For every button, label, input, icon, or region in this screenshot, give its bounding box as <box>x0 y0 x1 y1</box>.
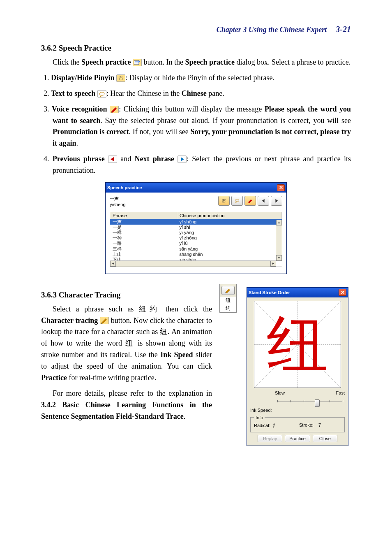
pronunciation-cell: yī zhǒng <box>177 235 282 241</box>
text: pane. <box>207 89 224 98</box>
fast-label: Fast <box>336 390 345 395</box>
stroke-label: Stroke: <box>299 423 314 427</box>
char-option-2[interactable]: 约 <box>220 304 236 312</box>
dialog-title: Speech practice <box>107 185 277 190</box>
scroll-up-button[interactable]: ▲ <box>276 220 282 225</box>
next-phrase-button[interactable] <box>271 196 282 206</box>
text-bold: Next phrase <box>134 155 174 163</box>
svg-rect-0 <box>134 60 139 65</box>
phrase-cell: 三样 <box>110 246 177 252</box>
close-button[interactable]: ✕ <box>277 184 285 191</box>
text-bold: Voice recognition <box>52 105 107 113</box>
tts-button[interactable] <box>231 196 243 206</box>
pinyin-icon: 市 <box>116 74 125 82</box>
table-row[interactable]: 一种yī zhǒng <box>110 235 282 241</box>
svg-point-4 <box>235 199 239 202</box>
scroll-left-button[interactable]: ◄ <box>110 261 116 267</box>
col-phrase[interactable]: Phrase <box>110 212 177 219</box>
practice-button[interactable]: Practice <box>285 435 310 442</box>
phrase-table: Phrase Chinese pronunciation 一声yī shēng一… <box>110 212 282 267</box>
dialog-titlebar[interactable]: Speech practice ✕ <box>106 183 286 193</box>
svg-point-2 <box>99 92 104 95</box>
voice-recognition-button[interactable] <box>244 196 256 206</box>
text: . Say the selected phrase out aloud. If … <box>100 116 351 125</box>
col-pronunciation[interactable]: Chinese pronunciation <box>177 212 282 219</box>
page-header: Chapter 3 Using the Chinese Expert 3-21 <box>41 25 351 36</box>
pronunciation-cell: yī lù <box>177 241 282 246</box>
pronunciation-cell: yī shēng <box>177 219 282 225</box>
table-row[interactable]: 上山shàng shān <box>110 252 282 257</box>
horizontal-scrollbar[interactable]: ◄ ► <box>110 260 276 267</box>
tracing-para-1: Select a phrase such as 纽约 then click th… <box>41 304 212 384</box>
close-button[interactable]: ✕ <box>339 289 346 296</box>
svg-text:市: 市 <box>222 199 226 203</box>
step-2: 2. Text to speech : Hear the Chinese in … <box>41 88 351 100</box>
text: for real-time writing practice. <box>67 374 156 382</box>
scroll-right-button[interactable]: ► <box>270 261 276 267</box>
vertical-scrollbar[interactable]: ▲ ▼ <box>276 220 282 261</box>
slider-thumb[interactable] <box>315 399 320 407</box>
text-bold: Chinese <box>182 89 207 98</box>
text-bold: Text to speech <box>51 89 95 98</box>
text: 2. <box>44 89 51 98</box>
speech-practice-dialog: Speech practice ✕ 一声 yīshēng 市 <box>105 182 287 274</box>
text: 4. <box>44 155 53 163</box>
table-row[interactable]: 一声yī shēng <box>110 219 282 225</box>
current-phrase: 一声 yīshēng <box>110 196 218 208</box>
ink-speed-slider[interactable] <box>276 398 345 407</box>
table-row[interactable]: 一路yī lù <box>110 241 282 246</box>
ink-speed-label: Ink Speed: <box>250 408 275 413</box>
text: : Display or hide the Pinyin of the sele… <box>125 74 274 82</box>
step-1: 1. Display/Hide Pinyin 市: Display or hid… <box>41 72 351 84</box>
text: 3. <box>44 105 52 113</box>
section-heading-tracing: 3.6.3 Character Tracing <box>41 290 212 300</box>
current-char: 一声 <box>110 196 218 202</box>
section-heading-speech: 3.6.2 Speech Practice <box>41 44 351 53</box>
info-legend: Info <box>254 415 265 420</box>
text: dialog box. Select a phrase to practice. <box>235 58 350 66</box>
stroke-value: 7 <box>318 423 321 427</box>
prev-phrase-button[interactable] <box>258 196 269 206</box>
char-option-1[interactable]: 纽 <box>220 297 236 304</box>
text: and <box>120 155 134 163</box>
pronunciation-cell: shàng shān <box>177 252 282 257</box>
text: For more details, please refer to the ex… <box>53 389 212 397</box>
radical-label: Radical: <box>254 423 270 428</box>
pronunciation-cell: sān yàng <box>177 246 282 252</box>
prev-phrase-icon <box>108 156 117 163</box>
scroll-down-button[interactable]: ▼ <box>276 255 282 261</box>
text: . <box>76 139 78 147</box>
svg-text:市: 市 <box>119 76 123 81</box>
voice-recognition-icon <box>110 106 119 113</box>
stroke-character: 纽 <box>254 301 341 388</box>
tracing-para-2: For more details, please refer to the ex… <box>41 388 212 423</box>
pinyin-toggle-button[interactable]: 市 <box>218 196 230 206</box>
text: . <box>184 412 186 420</box>
speech-intro: Click the Speech practice button. In the… <box>41 57 351 68</box>
pronunciation-cell: yī yàng <box>177 230 282 235</box>
speech-practice-icon <box>133 59 142 66</box>
table-row[interactable]: 一是yī shì <box>110 225 282 230</box>
replay-button[interactable]: Replay <box>258 435 282 442</box>
radical-value: 纟 <box>273 423 277 428</box>
text: Click the <box>53 58 81 66</box>
text-bold: Display/Hide Pinyin <box>51 74 115 82</box>
phrase-cell: 上山 <box>110 252 177 257</box>
pencil-button[interactable] <box>221 286 235 295</box>
next-phrase-icon <box>178 156 187 163</box>
text: 1. <box>44 74 51 82</box>
steps-list: 1. Display/Hide Pinyin 市: Display or hid… <box>41 72 351 176</box>
table-row[interactable]: 三样sān yàng <box>110 246 282 252</box>
text-bold: Speech practice <box>185 58 234 66</box>
stroke-canvas: 纽 <box>254 301 341 388</box>
slow-label: Slow <box>275 390 336 395</box>
text: Select a phrase such as 纽约 then click th… <box>53 305 212 313</box>
phrase-cell: 一路 <box>110 241 177 246</box>
table-row[interactable]: 一样yī yàng <box>110 230 282 235</box>
close-dialog-button[interactable]: Close <box>313 435 337 442</box>
character-tracing-icon <box>100 317 109 324</box>
text-bold: Practice <box>41 374 67 382</box>
text-bold: Speech practice <box>81 58 131 66</box>
dialog-titlebar[interactable]: Stand Stroke Order ✕ <box>247 288 348 297</box>
phrase-table-container: Phrase Chinese pronunciation 一声yī shēng一… <box>110 212 282 267</box>
